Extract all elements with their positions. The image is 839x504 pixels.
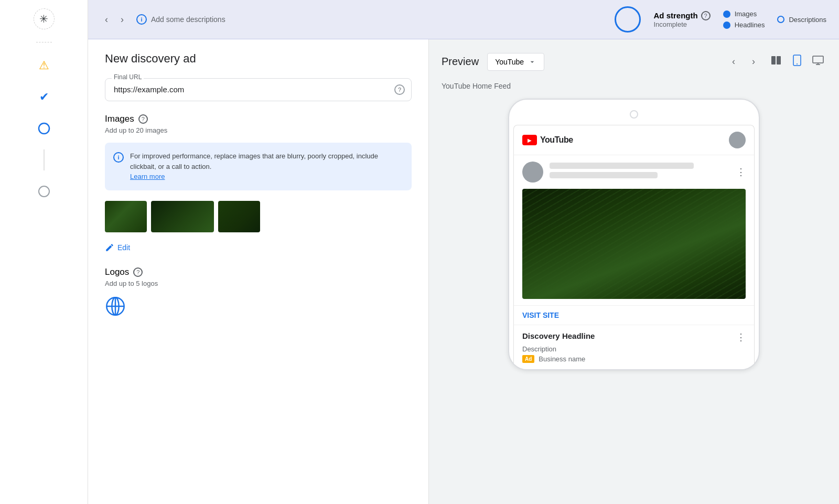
youtube-ad-description: Description [522, 345, 746, 353]
images-help-icon[interactable]: ? [138, 114, 148, 124]
info-box-text: For improved performance, replace images… [130, 151, 403, 182]
svg-point-0 [39, 123, 49, 134]
check-circle-icon[interactable]: ✔ [34, 87, 55, 108]
left-panel: New discovery ad Final URL https://examp… [88, 39, 429, 504]
youtube-header: ▶ YouTube [514, 125, 754, 155]
ad-strength-status: Incomplete [653, 20, 710, 28]
svg-rect-6 [771, 56, 776, 65]
topbar: ‹ › i Add some descriptions Ad strength … [88, 0, 839, 39]
info-box-icon: i [113, 152, 124, 163]
youtube-brand-name: YouTube [540, 135, 573, 145]
circle-empty-icon[interactable] [34, 181, 55, 202]
preview-prev-button[interactable]: ‹ [728, 54, 739, 69]
ad-strength-section: Ad strength ? Incomplete Images Headline… [615, 6, 826, 33]
globe-icon[interactable] [105, 296, 126, 317]
svg-rect-10 [813, 56, 823, 63]
logos-title: Logos ? [105, 267, 412, 277]
youtube-ad-footer: Discovery Headline ⋮ Description Ad Busi… [514, 325, 754, 369]
ad-badge: Ad [522, 355, 534, 363]
youtube-ad-dots-menu[interactable]: ⋮ [736, 331, 746, 343]
image-thumbnails [105, 201, 412, 232]
preview-next-button[interactable]: › [748, 54, 759, 69]
youtube-ad-badge-row: Ad Business name [522, 355, 746, 363]
ad-title: New discovery ad [105, 52, 412, 66]
phone-content: ▶ YouTube ⋮ [513, 125, 755, 369]
svg-point-1 [39, 186, 49, 197]
logos-help-icon[interactable]: ? [133, 267, 143, 277]
info-box: i For improved performance, replace imag… [105, 143, 412, 190]
info-icon: i [136, 14, 147, 25]
image-thumb-3[interactable] [218, 201, 260, 232]
topbar-info: i Add some descriptions [136, 14, 225, 25]
phone-camera [630, 110, 638, 119]
sidebar-connector-line [44, 149, 45, 170]
legend-items-2: Descriptions [777, 16, 826, 24]
image-thumb-2[interactable] [151, 201, 214, 232]
topbar-nav: ‹ › [101, 12, 128, 27]
legend-images: Images [723, 10, 765, 18]
youtube-card-user-line-1 [550, 163, 694, 169]
final-url-help-icon[interactable]: ? [394, 84, 405, 95]
columns-view-button[interactable] [768, 52, 784, 71]
legend-descriptions: Descriptions [777, 16, 826, 24]
ad-strength-title: Ad strength [653, 11, 697, 20]
youtube-ad-title-row: Discovery Headline ⋮ [522, 331, 746, 343]
svg-point-9 [797, 63, 798, 65]
images-title: Images ? [105, 114, 412, 124]
prev-button[interactable]: ‹ [101, 12, 112, 27]
youtube-ad-image [522, 189, 746, 299]
legend-dot-descriptions [777, 16, 784, 23]
legend-dot-images [723, 10, 730, 18]
learn-more-link[interactable]: Learn more [130, 173, 165, 180]
youtube-card-user-row: ⋮ [522, 162, 746, 183]
sidebar-divider [36, 42, 52, 42]
youtube-card-user-info [550, 163, 730, 181]
circle-filled-icon[interactable] [34, 118, 55, 139]
logos-subtitle: Add up to 5 logos [105, 280, 412, 287]
legend-dot-headlines [723, 22, 730, 29]
content-area: New discovery ad Final URL https://examp… [88, 39, 839, 504]
business-name: Business name [539, 355, 585, 363]
ad-strength-inner [618, 10, 637, 29]
ad-strength-text: Ad strength ? Incomplete [653, 11, 710, 28]
youtube-card-dots-menu[interactable]: ⋮ [736, 166, 746, 178]
youtube-ad-headline: Discovery Headline [522, 331, 595, 340]
preview-feed-label: YouTube Home Feed [442, 82, 826, 90]
warning-icon[interactable]: ⚠ [34, 55, 55, 76]
logos-section: Logos ? Add up to 5 logos [105, 267, 412, 317]
image-thumb-1[interactable] [105, 201, 147, 232]
next-button[interactable]: › [116, 12, 128, 27]
topbar-info-text: Add some descriptions [151, 15, 225, 24]
main-content: ‹ › i Add some descriptions Ad strength … [88, 0, 839, 504]
edit-button[interactable]: Edit [105, 241, 130, 254]
youtube-logo: ▶ YouTube [522, 135, 729, 145]
preview-title: Preview [442, 56, 479, 68]
ad-strength-help-icon[interactable]: ? [701, 11, 711, 20]
final-url-field: Final URL https://example.com ? [105, 78, 412, 101]
final-url-value[interactable]: https://example.com [114, 85, 184, 94]
youtube-play-icon: ▶ [522, 135, 537, 145]
youtube-user-avatar[interactable] [729, 132, 746, 148]
legend-headlines: Headlines [723, 21, 765, 29]
images-section: Images ? Add up to 20 images i For impro… [105, 114, 412, 254]
preview-device-buttons [768, 52, 826, 71]
platform-dropdown-button[interactable]: YouTube [487, 53, 544, 71]
final-url-label: Final URL [112, 73, 144, 81]
phone-mockup: ▶ YouTube ⋮ [508, 99, 760, 370]
legend-items: Images Headlines [723, 10, 765, 29]
asterisk-icon[interactable]: ✳ [34, 8, 55, 29]
ad-strength-circle [615, 6, 641, 33]
images-subtitle: Add up to 20 images [105, 126, 412, 134]
youtube-card-user-line-2 [550, 172, 658, 178]
preview-header: Preview YouTube ‹ › [442, 52, 826, 71]
mobile-view-button[interactable] [789, 52, 805, 71]
platform-label: YouTube [495, 58, 524, 66]
right-panel: Preview YouTube ‹ › [429, 39, 839, 504]
desktop-view-button[interactable] [810, 52, 826, 71]
youtube-card-avatar [522, 162, 543, 183]
visit-site-button[interactable]: VISIT SITE [514, 305, 754, 325]
sidebar: ✳ ⚠ ✔ [0, 0, 88, 504]
youtube-ad-card: ⋮ [514, 155, 754, 305]
svg-rect-7 [777, 56, 781, 65]
